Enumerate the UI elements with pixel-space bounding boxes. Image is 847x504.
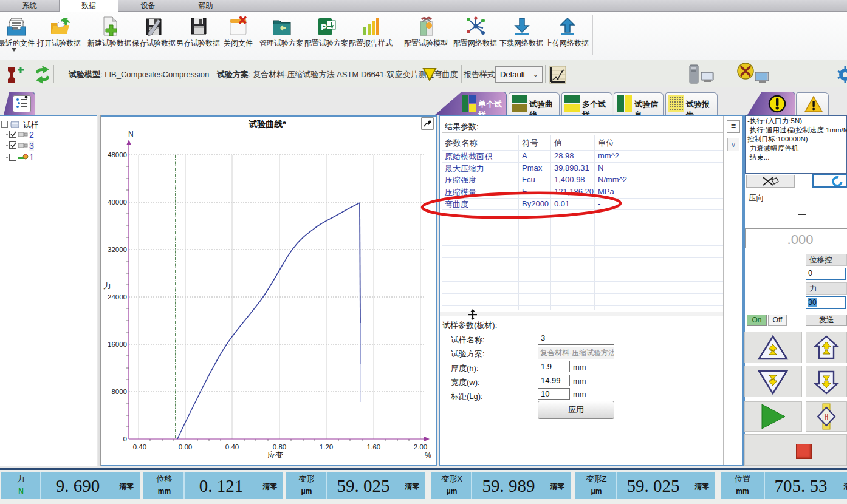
svg-text:0.00: 0.00 [179,443,192,451]
svg-text:8000: 8000 [111,388,127,395]
svg-text:-0.40: -0.40 [131,443,146,451]
svg-text:1.20: 1.20 [320,443,333,451]
svg-text:16000: 16000 [108,341,127,348]
svg-text:0: 0 [123,435,127,443]
svg-text:P: P [321,22,327,32]
svg-text:1.60: 1.60 [367,443,380,451]
svg-text:0.80: 0.80 [273,443,286,451]
svg-text:24000: 24000 [108,293,127,301]
svg-text:2.00: 2.00 [414,443,427,451]
svg-text:48000: 48000 [108,151,127,158]
svg-text:0.40: 0.40 [225,443,239,451]
svg-text:力: 力 [103,281,111,290]
svg-text:试验曲线*: 试验曲线* [248,119,286,129]
svg-text:N: N [128,130,134,138]
svg-text:40000: 40000 [108,199,127,206]
svg-text:32000: 32000 [108,246,127,253]
svg-text:%: % [425,451,431,460]
svg-text:应变: 应变 [267,451,283,460]
